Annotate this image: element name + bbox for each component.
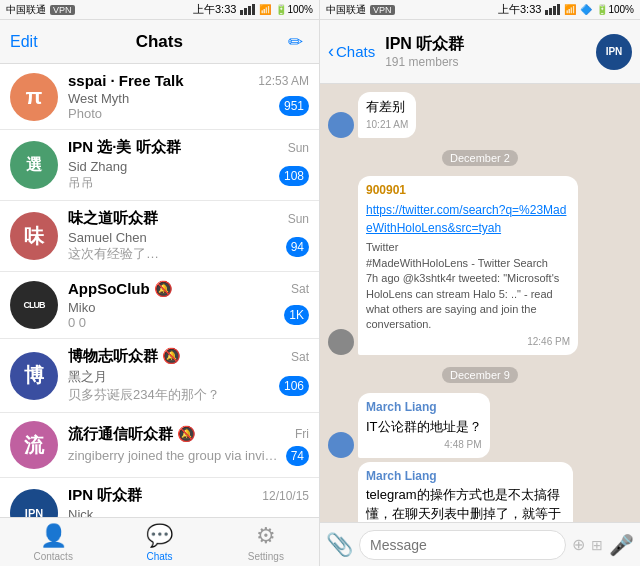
chat-time-4: Sat (291, 282, 309, 296)
back-label: Chats (336, 43, 375, 60)
bubble-link-2[interactable]: https://twitter.com/search?q=%23MadeWith… (366, 201, 570, 237)
msg-row-1: 有差别 10:21 AM (328, 92, 632, 138)
chat-name-5: 博物志听众群 🔕 (68, 347, 181, 366)
mic-button[interactable]: 🎤 (609, 533, 634, 557)
chat-sub-wrap-2: Sid Zhang 吊吊 (68, 159, 127, 192)
chat-nav-avatar[interactable]: IPN (596, 34, 632, 70)
chat-nav-bar: ‹ Chats IPN 听众群 191 members IPN (320, 20, 640, 84)
date-label-2: December 9 (442, 367, 518, 383)
chat-nav-subtitle: 191 members (385, 55, 458, 69)
tab-chats-label: Chats (146, 551, 172, 562)
chat-info-2: IPN 选·美 听众群 Sun Sid Zhang 吊吊 108 (68, 138, 309, 192)
chat-list: π sspai · Free Talk 12:53 AM West Myth P… (0, 64, 319, 517)
chat-info-6: 流行通信听众群 🔕 Fri zingiberry joined the grou… (68, 425, 309, 466)
badge-3: 94 (286, 237, 309, 257)
msg-row-4: March Liang telegram的操作方式也是不太搞得懂，在聊天列表中删… (328, 462, 632, 522)
chat-sub-6: zingiberry joined the group via invite l… (68, 448, 278, 463)
avatar-liu: 流 (10, 421, 58, 469)
chat-from-3: Samuel Chen (68, 230, 159, 245)
chat-sub-wrap-3: Samuel Chen 这次有经验了… (68, 230, 159, 263)
tab-settings[interactable]: ⚙ Settings (213, 523, 319, 562)
chat-info-7: IPN 听众群 12/10/15 Nick 并不是 (68, 486, 309, 517)
bubble-1: 有差别 10:21 AM (358, 92, 416, 138)
bubble-3: March Liang IT公论群的地址是？ 4:48 PM (358, 393, 490, 458)
chat-nav-info: IPN 听众群 191 members (385, 34, 590, 69)
signal-left (240, 4, 255, 15)
right-panel: ‹ Chats IPN 听众群 191 members IPN 有差别 10:2… (320, 20, 640, 566)
bubble-text-4: telegram的操作方式也是不太搞得懂，在聊天列表中删掉了，就等于从群里退出了… (366, 486, 565, 522)
status-bar-left: 中国联通 VPN 上午3:33 📶 🔋100% (0, 0, 320, 19)
chat-item-4[interactable]: CLUB AppSoClub 🔕 Sat Miko 0 0 1K (0, 272, 319, 339)
bluetooth-right: 🔷 (580, 4, 592, 15)
avatar-bo: 博 (10, 352, 58, 400)
chat-from-7: Nick (68, 507, 107, 517)
msg-avatar-2 (328, 329, 354, 355)
status-bar-right: 中国联通 VPN 上午3:33 📶 🔷 🔋100% (320, 0, 640, 19)
chat-nav-title: IPN 听众群 (385, 34, 464, 55)
chat-sub-wrap-5: 黑之月 贝多芬诞辰234年的那个？ (68, 368, 220, 404)
badge-1: 951 (279, 96, 309, 116)
chat-name-6: 流行通信听众群 🔕 (68, 425, 196, 444)
chat-from-5: 黑之月 (68, 368, 220, 386)
carrier-left: 中国联通 (6, 3, 46, 17)
tab-bar: 👤 Contacts 💬 Chats ⚙ Settings (0, 517, 319, 566)
chat-sub-wrap-6: zingiberry joined the group via invite l… (68, 448, 278, 463)
message-input-bar: 📎 ⊕ ⊞ 🎤 (320, 522, 640, 566)
chat-sub-wrap-7: Nick 并不是 (68, 507, 107, 517)
carrier-right: 中国联通 (326, 3, 366, 17)
date-label-1: December 2 (442, 150, 518, 166)
bubble-sender-2: 900901 (366, 182, 570, 199)
chat-time-1: 12:53 AM (258, 74, 309, 88)
msg-row-2: 900901 https://twitter.com/search?q=%23M… (328, 176, 632, 355)
msg-avatar-3 (328, 432, 354, 458)
chat-item-1[interactable]: π sspai · Free Talk 12:53 AM West Myth P… (0, 64, 319, 130)
chat-item-2[interactable]: 選 IPN 选·美 听众群 Sun Sid Zhang 吊吊 108 (0, 130, 319, 201)
battery-left: 🔋100% (275, 4, 313, 15)
bubble-subtext-2: Twitter#MadeWithHoloLens - Twitter Searc… (366, 240, 570, 332)
chat-time-7: 12/10/15 (262, 489, 309, 503)
chat-item-5[interactable]: 博 博物志听众群 🔕 Sat 黑之月 贝多芬诞辰234年的那个？ 106 (0, 339, 319, 413)
bubble-time-3: 4:48 PM (366, 438, 482, 452)
expand-button[interactable]: ⊞ (591, 537, 603, 553)
edit-button[interactable]: Edit (10, 33, 38, 51)
wifi-left: 📶 (259, 4, 271, 15)
msg-avatar-1 (328, 112, 354, 138)
bubble-text-3: IT公论群的地址是？ (366, 418, 482, 436)
contacts-icon: 👤 (40, 523, 67, 549)
battery-right: 🔋100% (596, 4, 634, 15)
chat-sub-1: Photo (68, 106, 129, 121)
tab-contacts[interactable]: 👤 Contacts (0, 523, 106, 562)
avatar-ipn: IPN (10, 489, 58, 517)
chat-name-4: AppSoClub 🔕 (68, 280, 173, 298)
chat-info-5: 博物志听众群 🔕 Sat 黑之月 贝多芬诞辰234年的那个？ 106 (68, 347, 309, 404)
msg-row-3: March Liang IT公论群的地址是？ 4:48 PM (328, 393, 632, 458)
chat-sub-3: 这次有经验了… (68, 245, 159, 263)
bubble-time-1: 10:21 AM (366, 118, 408, 132)
attach-button[interactable]: 📎 (326, 532, 353, 558)
avatar-app: CLUB (10, 281, 58, 329)
date-divider-1: December 2 (328, 148, 632, 166)
bubble-sender-4: March Liang (366, 468, 565, 485)
back-button[interactable]: ‹ Chats (328, 41, 375, 62)
tab-chats[interactable]: 💬 Chats (106, 523, 212, 562)
vpn-right: VPN (370, 5, 395, 15)
left-panel: Edit Chats ✏ π sspai · Free Talk 12:53 A… (0, 20, 320, 566)
badge-5: 106 (279, 376, 309, 396)
chat-item-6[interactable]: 流 流行通信听众群 🔕 Fri zingiberry joined the gr… (0, 413, 319, 478)
bubble-text-1: 有差别 (366, 98, 408, 116)
chat-item-3[interactable]: 味 味之道听众群 Sun Samuel Chen 这次有经验了… 94 (0, 201, 319, 272)
emoji-button[interactable]: ⊕ (572, 535, 585, 554)
chat-time-3: Sun (288, 212, 309, 226)
message-input[interactable] (359, 530, 566, 560)
avatar-wei: 味 (10, 212, 58, 260)
avatar-sspai: π (10, 73, 58, 121)
chat-from-4: Miko (68, 300, 95, 315)
compose-icon: ✏ (288, 31, 303, 53)
chat-item-7[interactable]: IPN IPN 听众群 12/10/15 Nick 并不是 (0, 478, 319, 517)
signal-right (545, 4, 560, 15)
back-arrow-icon: ‹ (328, 41, 334, 62)
badge-2: 108 (279, 166, 309, 186)
tab-settings-label: Settings (248, 551, 284, 562)
compose-button[interactable]: ✏ (281, 28, 309, 56)
badge-4: 1K (284, 305, 309, 325)
